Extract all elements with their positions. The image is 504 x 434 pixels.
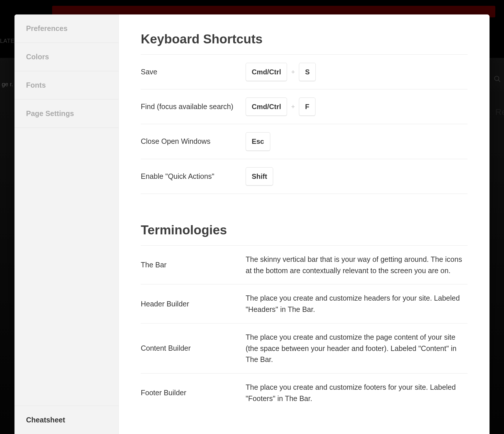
term-desc: The place you create and customize foote… xyxy=(246,382,468,404)
shortcut-label: Close Open Windows xyxy=(141,137,246,146)
key: S xyxy=(299,63,316,81)
shortcut-label: Save xyxy=(141,68,246,76)
section-title-terminologies: Terminologies xyxy=(141,223,468,237)
sidebar: Preferences Colors Fonts Page Settings C… xyxy=(14,14,119,434)
shortcut-keys: Shift xyxy=(246,167,468,185)
term-desc: The place you create and customize the p… xyxy=(246,332,468,365)
shortcut-keys: Esc xyxy=(246,132,468,150)
sidebar-item-preferences[interactable]: Preferences xyxy=(14,14,118,43)
sidebar-item-page-settings[interactable]: Page Settings xyxy=(14,100,118,128)
term-label: Header Builder xyxy=(141,300,246,308)
sidebar-item-colors[interactable]: Colors xyxy=(14,43,118,71)
shortcut-row-quick-actions: Enable "Quick Actions" Shift xyxy=(141,159,468,194)
shortcut-row-save: Save Cmd/Ctrl + S xyxy=(141,55,468,89)
shortcut-label: Enable "Quick Actions" xyxy=(141,172,246,181)
section-gap xyxy=(141,194,468,223)
term-label: The Bar xyxy=(141,261,246,269)
sidebar-item-label: Page Settings xyxy=(26,109,74,117)
term-desc: The place you create and customize heade… xyxy=(246,293,468,315)
sidebar-item-label: Fonts xyxy=(26,81,46,89)
key-joiner: + xyxy=(291,102,295,112)
sidebar-item-label: Preferences xyxy=(26,24,67,32)
key: Shift xyxy=(246,167,273,185)
shortcut-row-close: Close Open Windows Esc xyxy=(141,124,468,159)
key: Cmd/Ctrl xyxy=(246,98,287,116)
term-row-the-bar: The Bar The skinny vertical bar that is … xyxy=(141,246,468,285)
shortcut-row-find: Find (focus available search) Cmd/Ctrl +… xyxy=(141,89,468,124)
shortcut-keys: Cmd/Ctrl + F xyxy=(246,98,468,116)
section-title-shortcuts: Keyboard Shortcuts xyxy=(141,32,468,46)
shortcut-label: Find (focus available search) xyxy=(141,102,246,111)
sidebar-item-label: Cheatsheet xyxy=(26,416,65,424)
sidebar-item-label: Colors xyxy=(26,53,49,61)
content-area: Keyboard Shortcuts Save Cmd/Ctrl + S Fin… xyxy=(119,14,490,434)
sidebar-item-cheatsheet[interactable]: Cheatsheet xyxy=(14,406,118,434)
term-label: Content Builder xyxy=(141,344,246,352)
term-label: Footer Builder xyxy=(141,389,246,397)
sidebar-items: Preferences Colors Fonts Page Settings xyxy=(14,14,118,128)
shortcut-keys: Cmd/Ctrl + S xyxy=(246,63,468,81)
term-row-footer-builder: Footer Builder The place you create and … xyxy=(141,374,468,412)
key: Esc xyxy=(246,132,270,150)
key: Cmd/Ctrl xyxy=(246,63,287,81)
key: F xyxy=(299,98,315,116)
term-desc: The skinny vertical bar that is your way… xyxy=(246,254,468,276)
settings-modal: Preferences Colors Fonts Page Settings C… xyxy=(14,14,490,434)
term-row-header-builder: Header Builder The place you create and … xyxy=(141,284,468,323)
sidebar-item-fonts[interactable]: Fonts xyxy=(14,71,118,100)
term-row-content-builder: Content Builder The place you create and… xyxy=(141,323,468,374)
key-joiner: + xyxy=(291,67,295,77)
